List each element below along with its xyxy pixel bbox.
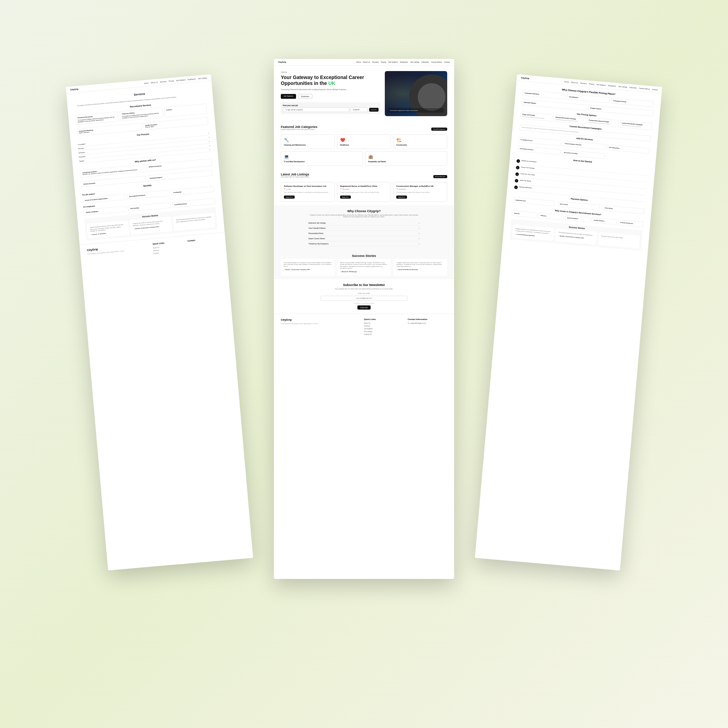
healthcare-name: Healthcare — [340, 144, 388, 146]
efficient-title: Efficient Processes — [149, 161, 210, 168]
seeker-confidential: Confidential — [171, 186, 214, 196]
category-hospitality[interactable]: 🏨 Hospitality and Retail — [365, 151, 447, 166]
category-it[interactable]: 💻 IT and Web Development — [281, 151, 363, 166]
story-3: "Citygrip streamlined my job search. I f… — [393, 259, 447, 275]
left-footer-links-title: Quick Links — [153, 240, 184, 245]
feature-list: Extensive Job Listings › User Friendly P… — [309, 220, 419, 246]
newsletter-subtitle: Stay updated with our latest news and op… — [281, 288, 447, 290]
footer-contact-title: Contact Information — [408, 318, 447, 320]
newsletter-title: Subscribe to Our Newsletter — [281, 283, 447, 287]
job-seekers-button[interactable]: Job Seekers — [281, 94, 296, 99]
hospitality-name: Hospitality and Retail — [368, 161, 444, 162]
feature-employers: Trusted by Top Employers › — [309, 241, 419, 246]
categories-header: Featured Job Categories Explore opportun… — [281, 125, 447, 133]
feature-listings-label: Extensive Job Listings — [309, 222, 326, 224]
payment-credit: Credit/Debit Cards — [513, 197, 555, 206]
step-1-num: 1 — [517, 159, 520, 163]
payment-bank-label: Bank Transfer — [560, 203, 598, 208]
categories-subtitle: Explore opportunities in our most popula… — [281, 128, 318, 130]
footer-link-about[interactable]: About Us — [364, 323, 404, 324]
left-story-3: The professionals they found for our tea… — [173, 213, 215, 231]
employer-quality-title: Quality Candidates — [86, 208, 124, 214]
addon-boost: Job Posting Boost — [607, 145, 650, 154]
addon-branding: Featured Employer Branding — [562, 141, 606, 150]
pricing-transparent: Transparent Pricing — [611, 98, 654, 107]
footer-links-title: Quick Links — [364, 318, 404, 320]
feature-advice-label: Expert Career Advice — [309, 237, 325, 240]
hero-image-caption: Construction equipment in urban environm… — [388, 108, 444, 113]
why-subtitle: Citygrip connects you with the latest jo… — [309, 214, 419, 218]
hero-title-highlight: UK — [328, 80, 335, 86]
browse-all-jobs-btn[interactable]: Browse All Jobs — [433, 175, 447, 178]
addon-boost-title: Job Posting Boost — [609, 147, 648, 152]
feature-advice-arrow: › — [419, 237, 419, 240]
job-construction-location: 📍 Birmingham — [396, 188, 444, 190]
footer-grid: CityGrip Your Gateway to Exceptional Car… — [281, 318, 447, 336]
left-footer-contact-title: Contact — [188, 237, 219, 242]
apply-nurse-btn[interactable]: Apply Now — [340, 196, 351, 199]
step-3-num: 3 — [515, 172, 519, 176]
footer-link-contact[interactable]: Contact Us — [364, 333, 404, 335]
apply-software-btn[interactable]: Apply Now — [284, 196, 295, 199]
find-job-button[interactable]: Find Job — [369, 108, 379, 112]
search-row: 🔍 Type Job title or keyword COUNTRY Find… — [283, 107, 379, 112]
categories-section: Featured Job Categories Explore opportun… — [274, 122, 454, 169]
step-2-num: 2 — [516, 166, 520, 170]
pricing-customised: Customised Solutions — [522, 90, 566, 99]
jobs-section: Latest Job Listings Stay ahead with the … — [274, 169, 454, 205]
invest-quality: Quality Candidates — [565, 215, 590, 223]
story-1-quote: "Your understanding of our industry's ne… — [284, 262, 332, 268]
search-label: Find your next job — [283, 104, 379, 106]
newsletter-section: Subscribe to Our Newsletter Stay updated… — [274, 279, 454, 314]
hero-text: CityGrip Your Gateway to Exceptional Car… — [281, 71, 381, 116]
footer-link-services[interactable]: Services — [364, 325, 404, 327]
job-software-location: 📍 London — [284, 188, 332, 190]
left-story-1: Expect exceptional service and my team w… — [87, 220, 129, 239]
invest-expertise: Expertise — [512, 210, 537, 218]
pricing-cost: Cost-Effective — [566, 93, 609, 103]
invest-scalable: Scalable Solutions — [592, 217, 617, 225]
category-healthcare[interactable]: ❤️ Healthcare — [337, 135, 391, 149]
employers-button[interactable]: Employers — [298, 94, 313, 99]
step-3-label: Create Your Job Listing — [520, 173, 535, 176]
footer-link-listings[interactable]: Job Listings — [364, 331, 404, 332]
search-input[interactable]: 🔍 Type Job title or keyword — [283, 107, 349, 112]
footer-link-seekers[interactable]: Job Seekers — [364, 328, 404, 330]
story-1-author: — David L, Construction Company CEO — [284, 269, 332, 271]
job-nurse-desc: Provide compassionate care in a state-of… — [340, 191, 388, 193]
invest-efficiency: Efficiency — [538, 213, 564, 220]
hero-image: Construction equipment in urban environm… — [385, 71, 447, 116]
jobs-subtitle: Stay ahead with the newest opportunities — [281, 176, 309, 178]
center-nav: CityGrip Home About Us Services Pricing … — [274, 59, 454, 66]
center-nav-links: Home About Us Services Pricing Job Seeke… — [356, 61, 450, 63]
email-icon: ✉ — [408, 323, 409, 324]
employer-cost-title: Cost-Effectiveness — [174, 200, 213, 206]
category-construction[interactable]: 🏗️ Construction — [393, 135, 447, 149]
construction-location-icon: 📍 — [396, 188, 398, 190]
jobs-grid: Software Developer at Tech Innovators Lt… — [281, 182, 447, 202]
pricing-custom: Custom Recruitment Campaign Tailored sol… — [620, 120, 652, 130]
left-nav-logo: CityGrip — [70, 88, 78, 91]
employer-cost: Cost-Effectiveness — [172, 198, 215, 208]
invest-satisfaction-title: Customer Satisfaction — [620, 222, 641, 225]
it-name: IT and Web Development — [284, 161, 360, 162]
center-page-card: CityGrip Home About Us Services Pricing … — [274, 59, 454, 579]
search-location-select[interactable]: COUNTRY — [350, 107, 368, 112]
stories-grid: "Your understanding of our industry's ne… — [281, 259, 447, 275]
subscribe-button[interactable]: Subscribe — [358, 306, 370, 310]
hero-subtitle: Connecting Talented Professionals with L… — [281, 89, 381, 90]
category-cleaning[interactable]: 🔧 Cleaning and Maintenance — [281, 135, 335, 149]
payment-invoice-label: Invoice Billing — [604, 207, 642, 212]
addon-social: Social Media Promotion — [517, 146, 561, 155]
pricing-section: Why Choose Citygrip's Flexible Pricing P… — [502, 81, 661, 255]
hero-buttons: Job Seekers Employers — [281, 94, 381, 99]
apply-construction-btn[interactable]: Apply Now — [396, 196, 407, 199]
location-icon: 📍 — [284, 188, 286, 190]
feature-alerts-arrow: › — [419, 232, 419, 234]
newsletter-form: Enter your email You agree to receive jo… — [321, 292, 407, 310]
categories-grid-top: 🔧 Cleaning and Maintenance ❤️ Healthcare… — [281, 135, 447, 149]
view-all-categories-btn[interactable]: View All Categories — [431, 128, 447, 131]
pricing-cost-title: Cost-Effective — [569, 96, 607, 101]
right-nav-logo: CityGrip — [521, 76, 529, 80]
newsletter-email-input[interactable] — [321, 296, 407, 301]
